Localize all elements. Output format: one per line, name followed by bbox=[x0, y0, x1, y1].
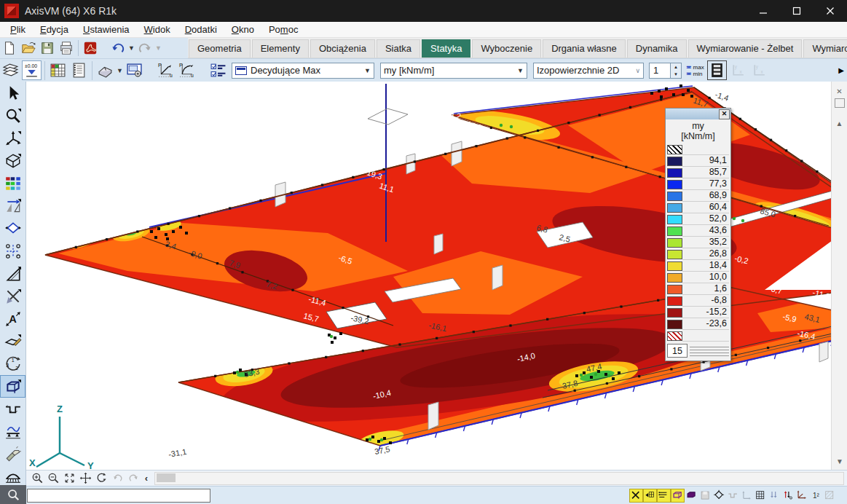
legend-titlebar[interactable]: ✕ bbox=[666, 109, 730, 119]
result-component-combo[interactable]: my [kNm/m] ▼ bbox=[380, 63, 527, 79]
tab-elementy[interactable]: Elementy bbox=[252, 39, 309, 58]
level-marker-button[interactable]: ±0.00 bbox=[22, 60, 42, 80]
minmax-toggle[interactable]: ≖max ≖min bbox=[686, 64, 704, 77]
status-fit-diamond-toggle[interactable] bbox=[712, 489, 726, 503]
display-checklist-button[interactable] bbox=[208, 60, 228, 80]
tool-zoom-tool[interactable] bbox=[0, 104, 25, 127]
spinner-up-icon[interactable]: ▲ bbox=[671, 63, 681, 71]
legend-close-icon[interactable]: ✕ bbox=[719, 109, 730, 119]
coord-axes-1-button[interactable]: yx bbox=[728, 60, 748, 80]
tool-parts-frame[interactable] bbox=[0, 375, 25, 398]
zoom-fit-button[interactable] bbox=[61, 471, 77, 486]
spinner-down-icon[interactable]: ▼ bbox=[671, 71, 681, 78]
collapse-toolbar-icon[interactable]: ‹ bbox=[141, 473, 151, 484]
pdf-export-button[interactable] bbox=[82, 39, 99, 57]
tool-edit-cut[interactable] bbox=[0, 285, 25, 307]
tab-geometria[interactable]: Geometria bbox=[189, 39, 251, 58]
tool-display-parameters[interactable] bbox=[0, 172, 25, 194]
tool-workplane[interactable] bbox=[0, 149, 25, 172]
view-redo-button[interactable] bbox=[125, 471, 141, 486]
scroll-down-icon[interactable]: ▼ bbox=[834, 456, 846, 467]
tool-transform[interactable] bbox=[0, 194, 25, 217]
tool-text-annotation[interactable]: A bbox=[0, 307, 25, 330]
tab-drgania-własne[interactable]: Drgania własne bbox=[543, 39, 626, 58]
search-button[interactable] bbox=[0, 485, 26, 504]
zoom-out-button[interactable] bbox=[45, 471, 61, 486]
new-file-button[interactable] bbox=[1, 39, 18, 57]
tab-statyka[interactable]: Statyka bbox=[422, 39, 470, 58]
legend-level-count[interactable]: 15 bbox=[667, 344, 688, 358]
status-mesh-grid-toggle[interactable] bbox=[754, 489, 768, 503]
menu-item-plik[interactable]: Plik bbox=[3, 23, 33, 37]
command-input[interactable] bbox=[27, 489, 210, 503]
status-axes-dark-toggle[interactable] bbox=[795, 489, 809, 503]
pu-linear-button[interactable]: Pu bbox=[156, 60, 176, 80]
toolbar-overflow-arrow-icon[interactable]: ▶ bbox=[838, 66, 844, 74]
scroll-up-icon[interactable]: ▲ bbox=[834, 118, 846, 129]
display-book-button[interactable] bbox=[95, 60, 115, 80]
tab-dynamika[interactable]: Dynamika bbox=[627, 39, 687, 58]
undo-dropdown-icon[interactable]: ▼ bbox=[127, 39, 135, 57]
animation-filmstrip-button[interactable] bbox=[707, 60, 727, 80]
display-mode-combo[interactable]: Izopowierzchnie 2D ∨ bbox=[533, 63, 644, 79]
tool-plane-edit[interactable] bbox=[0, 330, 25, 353]
redo-button[interactable] bbox=[136, 39, 154, 57]
tool-views-3d[interactable] bbox=[0, 127, 25, 149]
status-load-arrows-toggle[interactable] bbox=[768, 489, 781, 503]
status-selection-x-toggle[interactable] bbox=[629, 489, 643, 503]
status-reaction-arrows-toggle[interactable] bbox=[781, 489, 795, 503]
status-selection-grid-toggle[interactable] bbox=[643, 489, 657, 503]
menu-item-edycja[interactable]: Edycja bbox=[33, 23, 76, 37]
snapshot-button[interactable] bbox=[125, 60, 144, 80]
close-button[interactable] bbox=[813, 0, 847, 22]
status-selection-lines-toggle[interactable] bbox=[657, 489, 671, 503]
model-canvas[interactable]: 4,239,719,311,111,7-1,43,2-2,9-6,56,82,5… bbox=[26, 82, 831, 470]
tab-wymiarowanie-żelbet[interactable]: Wymiarowanie - Żelbet bbox=[688, 39, 803, 58]
print-button[interactable] bbox=[58, 39, 75, 57]
status-parts-a-toggle[interactable] bbox=[671, 489, 685, 503]
redo-dropdown-icon[interactable]: ▼ bbox=[154, 39, 162, 57]
canvas-vertical-scrollbar[interactable]: ✕ ▲ ▼ bbox=[831, 82, 847, 470]
open-folder-button[interactable] bbox=[20, 39, 37, 57]
pu-nonlinear-button[interactable]: Pu bbox=[177, 60, 197, 80]
status-numbering-toggle[interactable]: 1² bbox=[809, 489, 823, 503]
results-table-button[interactable] bbox=[48, 60, 68, 80]
maximize-button[interactable] bbox=[780, 0, 813, 22]
minimize-button[interactable] bbox=[746, 0, 780, 22]
menu-item-ustawienia[interactable]: Ustawienia bbox=[76, 23, 137, 37]
menu-item-pomoc[interactable]: Pomoc bbox=[261, 23, 305, 37]
canvas-close-icon[interactable]: ✕ bbox=[834, 86, 846, 97]
display-book-dropdown-icon[interactable]: ▼ bbox=[116, 62, 124, 79]
canvas-horizontal-scrollbar[interactable] bbox=[154, 472, 844, 485]
tool-bridge-supports[interactable] bbox=[0, 465, 25, 485]
status-parts-b-toggle[interactable] bbox=[685, 489, 698, 503]
rotate-view-button[interactable] bbox=[93, 471, 109, 486]
tool-select-cursor[interactable] bbox=[0, 82, 25, 104]
status-section-step-toggle[interactable] bbox=[726, 489, 740, 503]
tab-obciążenia[interactable]: Obciążenia bbox=[310, 39, 375, 58]
menu-item-dodatki[interactable]: Dodatki bbox=[178, 23, 224, 37]
coord-axes-2-button[interactable]: yx bbox=[749, 60, 769, 80]
view-undo-button[interactable] bbox=[109, 471, 125, 486]
layers-button[interactable] bbox=[1, 60, 20, 80]
status-local-axes-toggle[interactable] bbox=[740, 489, 754, 503]
tool-renumber[interactable]: 312 bbox=[0, 353, 25, 375]
menu-item-okno[interactable]: Okno bbox=[224, 23, 261, 37]
status-save-view-toggle[interactable] bbox=[698, 489, 712, 503]
tool-spotlight[interactable] bbox=[0, 443, 25, 465]
report-notebook-button[interactable] bbox=[69, 60, 89, 80]
canvas-restore-icon[interactable] bbox=[835, 98, 845, 108]
result-type-combo[interactable]: Decydujące Max ▼ bbox=[232, 63, 374, 79]
status-render-hatch-toggle[interactable] bbox=[823, 489, 837, 503]
pan-button[interactable] bbox=[77, 471, 93, 486]
tool-section-segment[interactable] bbox=[0, 398, 25, 420]
menu-item-widok[interactable]: Widok bbox=[137, 23, 178, 37]
tab-wyboczenie[interactable]: Wyboczenie bbox=[472, 39, 541, 58]
zoom-in-button[interactable] bbox=[29, 471, 45, 486]
tab-wymiarowanie-stal[interactable]: Wymiarowanie - Stal bbox=[803, 39, 847, 58]
tool-structural-grid[interactable] bbox=[0, 240, 25, 262]
scrollbar-thumb[interactable] bbox=[157, 473, 176, 482]
tool-dimension-lines[interactable] bbox=[0, 262, 25, 285]
tool-geometry-check[interactable] bbox=[0, 217, 25, 240]
save-button[interactable] bbox=[39, 39, 56, 57]
